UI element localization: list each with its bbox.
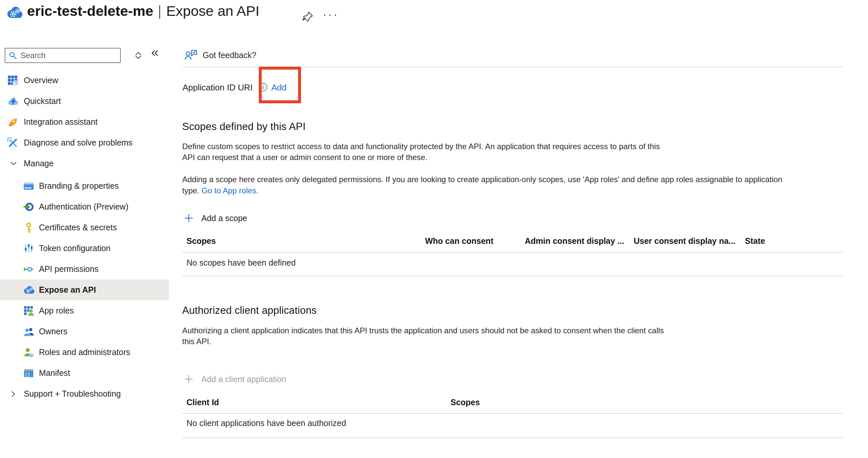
grid-person-icon — [23, 305, 34, 317]
authorized-section-title: Authorized client applications — [182, 304, 317, 317]
scopes-note-line1: Adding a scope here creates only delegat… — [182, 175, 782, 184]
scopes-empty-message: No scopes have been defined — [186, 258, 296, 268]
scopes-description-line2: API can request that a user or admin con… — [182, 153, 427, 162]
sidebar-item-label: Certificates & secrets — [39, 223, 117, 232]
sidebar-item-label: Authentication (Preview) — [39, 202, 128, 211]
add-a-scope-label: Add a scope — [201, 214, 247, 223]
add-a-client-application-label: Add a client application — [201, 374, 286, 384]
sidebar-item-label: Branding & properties — [39, 181, 119, 191]
page-title: eric-test-delete-me | Expose an API — [27, 3, 259, 19]
app-registration-logo-icon — [6, 4, 23, 21]
sidebar-item-integration-assistant[interactable]: Integration assistant — [0, 111, 169, 132]
sidebar-item-manifest[interactable]: { } Manifest — [0, 363, 169, 384]
sidebar-item-diagnose[interactable]: Diagnose and solve problems — [0, 132, 169, 153]
blade-title: Expose an API — [166, 3, 259, 19]
sidebar-item-api-permissions[interactable]: API permissions — [0, 259, 169, 280]
svg-text:www: www — [24, 186, 32, 189]
sidebar-item-token-configuration[interactable]: Token configuration — [0, 238, 169, 259]
sidebar-item-app-roles[interactable]: App roles — [0, 300, 169, 321]
sidebar-item-label: Quickstart — [24, 96, 61, 106]
sidebar-item-label: Owners — [39, 327, 67, 336]
quickstart-icon — [7, 96, 19, 107]
sidebar-item-label: Support + Troubleshooting — [24, 389, 121, 399]
api-connector-icon — [23, 264, 34, 275]
sidebar-item-label: App roles — [39, 306, 74, 316]
sidebar-item-branding[interactable]: www Branding & properties — [0, 175, 169, 196]
search-input[interactable] — [21, 51, 123, 60]
go-to-app-roles-link[interactable]: Go to App roles. — [202, 186, 258, 195]
svg-text:{ }: { } — [25, 372, 30, 377]
column-header-client-scopes: Scopes — [451, 398, 480, 407]
add-a-scope-button[interactable]: Add a scope — [184, 213, 247, 223]
clients-empty-message: No client applications have been authori… — [186, 418, 346, 428]
rocket-icon — [7, 117, 19, 128]
column-header-who-can-consent: Who can consent — [425, 236, 493, 246]
title-separator: | — [158, 3, 161, 19]
manifest-code-icon: { } — [23, 368, 34, 379]
sidebar-item-label: Manifest — [39, 368, 70, 378]
divider — [182, 413, 843, 414]
divider — [182, 252, 843, 253]
column-header-admin-consent: Admin consent display ... — [525, 236, 624, 246]
people-icon — [23, 326, 34, 337]
column-header-client-id: Client Id — [186, 398, 219, 407]
sidebar: « Overview — [0, 40, 169, 458]
sidebar-item-quickstart[interactable]: Quickstart — [0, 91, 169, 111]
sidebar-item-label: Integration assistant — [24, 117, 98, 127]
search-icon — [8, 51, 17, 60]
key-icon — [23, 222, 34, 233]
expose-an-api-page: eric-test-delete-me | Expose an API ··· … — [0, 0, 868, 458]
expose-api-cloud-icon — [23, 285, 34, 296]
collapse-sidebar-icon[interactable]: « — [151, 45, 158, 59]
divider — [182, 275, 843, 276]
scopes-note-line2: type. Go to App roles. — [182, 186, 258, 195]
sidebar-group-manage[interactable]: Manage — [0, 153, 169, 174]
pin-icon[interactable] — [302, 10, 314, 23]
column-header-state: State — [745, 236, 765, 246]
sidebar-item-label: Expose an API — [39, 285, 96, 295]
more-options-icon[interactable]: ··· — [323, 8, 339, 21]
browser-www-icon: www — [23, 181, 34, 192]
column-header-scopes: Scopes — [186, 236, 216, 246]
sidebar-item-label: Diagnose and solve problems — [24, 138, 132, 148]
scopes-note-line2-prefix: type. — [182, 186, 199, 195]
chevron-down-icon — [9, 159, 18, 168]
sidebar-item-certificates[interactable]: Certificates & secrets — [0, 217, 169, 238]
sidebar-item-owners[interactable]: Owners — [0, 321, 169, 342]
search-box[interactable] — [5, 48, 121, 63]
sidebar-item-roles-administrators[interactable]: Roles and administrators — [0, 342, 169, 363]
sidebar-item-label: Overview — [24, 75, 58, 85]
plus-icon — [184, 374, 194, 384]
divider — [182, 437, 843, 438]
authorized-description-line2: this API. — [182, 337, 211, 346]
sidebar-menu: Overview Quickstart — [0, 70, 169, 404]
sidebar-item-expose-an-api[interactable]: Expose an API — [0, 280, 169, 300]
scopes-description-line1: Define custom scopes to restrict access … — [182, 142, 660, 151]
feedback-label: Got feedback? — [203, 51, 256, 60]
application-id-uri-label: Application ID URI — [183, 83, 252, 93]
scopes-section-title: Scopes defined by this API — [182, 121, 306, 133]
plus-icon — [184, 213, 194, 223]
divider — [182, 67, 843, 67]
sidebar-item-overview[interactable]: Overview — [0, 70, 169, 91]
app-name: eric-test-delete-me — [27, 3, 153, 19]
tools-icon — [7, 137, 19, 149]
overview-icon — [7, 75, 19, 86]
sidebar-item-authentication[interactable]: Authentication (Preview) — [0, 196, 169, 217]
feedback-icon — [184, 49, 197, 61]
sidebar-item-label: Roles and administrators — [39, 348, 130, 357]
chevron-right-icon — [9, 390, 18, 398]
add-application-id-uri-link[interactable]: Add — [271, 83, 286, 93]
sidebar-item-label: API permissions — [39, 264, 99, 274]
authorized-description-line1: Authorizing a client application indicat… — [182, 326, 664, 335]
expand-collapse-all-icon[interactable] — [133, 51, 143, 60]
sidebar-item-label: Manage — [24, 159, 54, 168]
sidebar-group-support[interactable]: Support + Troubleshooting — [0, 384, 169, 404]
sign-in-arrow-icon — [23, 201, 34, 212]
info-icon[interactable] — [258, 83, 268, 92]
column-header-user-consent: User consent display na... — [634, 236, 735, 246]
add-a-client-application-button[interactable]: Add a client application — [184, 374, 286, 384]
got-feedback-link[interactable]: Got feedback? — [184, 49, 256, 61]
sliders-icon — [23, 243, 34, 254]
sidebar-item-label: Token configuration — [39, 243, 111, 253]
